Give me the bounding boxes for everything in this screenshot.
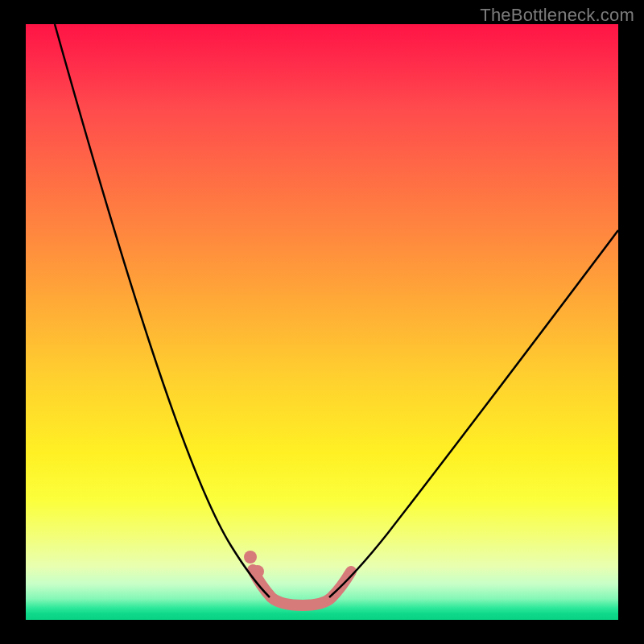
bottom-highlight-band xyxy=(253,570,351,605)
right-curve xyxy=(329,230,618,597)
left-dot-1 xyxy=(244,551,257,564)
chart-frame: TheBottleneck.com xyxy=(0,0,644,644)
left-dot-2 xyxy=(251,565,264,578)
plot-area xyxy=(26,24,618,620)
left-curve xyxy=(55,24,270,597)
curve-layer xyxy=(26,24,618,620)
watermark-text: TheBottleneck.com xyxy=(480,5,634,26)
